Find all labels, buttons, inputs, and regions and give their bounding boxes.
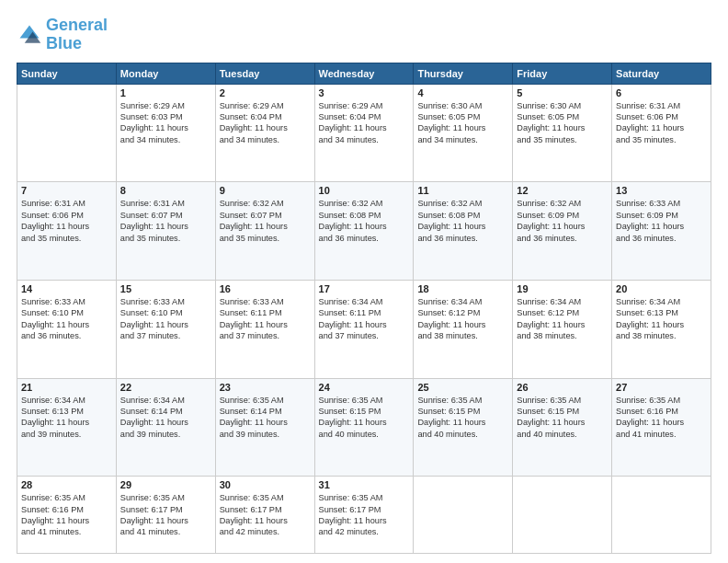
calendar-cell: 29Sunrise: 6:35 AM Sunset: 6:17 PM Dayli… [116, 477, 215, 554]
day-number: 2 [220, 87, 311, 98]
calendar-cell: 19Sunrise: 6:34 AM Sunset: 6:12 PM Dayli… [513, 280, 612, 378]
calendar-day-header: Friday [513, 63, 612, 84]
calendar-cell: 5Sunrise: 6:30 AM Sunset: 6:05 PM Daylig… [513, 84, 612, 182]
calendar-cell: 22Sunrise: 6:34 AM Sunset: 6:14 PM Dayli… [116, 378, 215, 477]
day-info: Sunrise: 6:30 AM Sunset: 6:05 PM Dayligh… [417, 100, 508, 146]
day-info: Sunrise: 6:31 AM Sunset: 6:06 PM Dayligh… [616, 100, 707, 146]
calendar-cell [414, 477, 513, 554]
logo-text: General Blue [46, 17, 108, 53]
day-info: Sunrise: 6:35 AM Sunset: 6:15 PM Dayligh… [417, 395, 508, 441]
calendar-cell: 17Sunrise: 6:34 AM Sunset: 6:11 PM Dayli… [314, 280, 414, 378]
day-info: Sunrise: 6:35 AM Sunset: 6:14 PM Dayligh… [220, 395, 311, 441]
day-number: 30 [220, 479, 311, 490]
day-number: 23 [220, 382, 311, 393]
day-number: 18 [417, 283, 508, 294]
calendar-week-row: 1Sunrise: 6:29 AM Sunset: 6:03 PM Daylig… [17, 84, 711, 182]
page: General Blue SundayMondayTuesdayWednesda… [0, 0, 728, 563]
day-number: 13 [616, 185, 707, 196]
calendar-day-header: Sunday [17, 63, 117, 84]
calendar-cell: 14Sunrise: 6:33 AM Sunset: 6:10 PM Dayli… [17, 280, 117, 378]
day-number: 22 [120, 382, 211, 393]
day-number: 20 [616, 283, 707, 294]
day-info: Sunrise: 6:31 AM Sunset: 6:07 PM Dayligh… [120, 198, 211, 244]
day-info: Sunrise: 6:34 AM Sunset: 6:11 PM Dayligh… [319, 296, 410, 342]
day-number: 17 [319, 283, 410, 294]
day-number: 29 [120, 479, 211, 490]
logo-icon [17, 22, 42, 48]
day-info: Sunrise: 6:35 AM Sunset: 6:16 PM Dayligh… [616, 395, 707, 441]
calendar-cell: 31Sunrise: 6:35 AM Sunset: 6:17 PM Dayli… [314, 477, 414, 554]
calendar-week-row: 28Sunrise: 6:35 AM Sunset: 6:16 PM Dayli… [17, 477, 711, 554]
calendar-cell [513, 477, 612, 554]
day-number: 16 [220, 283, 311, 294]
calendar-cell [17, 84, 117, 182]
calendar-table: SundayMondayTuesdayWednesdayThursdayFrid… [17, 63, 711, 554]
calendar-cell: 30Sunrise: 6:35 AM Sunset: 6:17 PM Dayli… [215, 477, 314, 554]
day-info: Sunrise: 6:31 AM Sunset: 6:06 PM Dayligh… [21, 198, 112, 244]
calendar-cell: 26Sunrise: 6:35 AM Sunset: 6:15 PM Dayli… [513, 378, 612, 477]
calendar-cell: 11Sunrise: 6:32 AM Sunset: 6:08 PM Dayli… [414, 182, 513, 281]
day-info: Sunrise: 6:34 AM Sunset: 6:13 PM Dayligh… [21, 395, 112, 441]
day-number: 3 [319, 87, 410, 98]
day-number: 31 [319, 479, 410, 490]
calendar-cell: 8Sunrise: 6:31 AM Sunset: 6:07 PM Daylig… [116, 182, 215, 281]
day-number: 10 [319, 185, 410, 196]
day-info: Sunrise: 6:29 AM Sunset: 6:03 PM Dayligh… [120, 100, 211, 146]
day-info: Sunrise: 6:35 AM Sunset: 6:15 PM Dayligh… [517, 395, 608, 441]
day-number: 7 [21, 185, 112, 196]
calendar-cell: 10Sunrise: 6:32 AM Sunset: 6:08 PM Dayli… [314, 182, 414, 281]
day-info: Sunrise: 6:35 AM Sunset: 6:16 PM Dayligh… [21, 492, 112, 538]
day-info: Sunrise: 6:34 AM Sunset: 6:13 PM Dayligh… [616, 296, 707, 342]
day-info: Sunrise: 6:34 AM Sunset: 6:12 PM Dayligh… [517, 296, 608, 342]
day-number: 26 [517, 382, 608, 393]
day-info: Sunrise: 6:29 AM Sunset: 6:04 PM Dayligh… [220, 100, 311, 146]
calendar-cell: 1Sunrise: 6:29 AM Sunset: 6:03 PM Daylig… [116, 84, 215, 182]
calendar-week-row: 21Sunrise: 6:34 AM Sunset: 6:13 PM Dayli… [17, 378, 711, 477]
day-info: Sunrise: 6:32 AM Sunset: 6:08 PM Dayligh… [319, 198, 410, 244]
day-info: Sunrise: 6:32 AM Sunset: 6:08 PM Dayligh… [417, 198, 508, 244]
day-number: 28 [21, 479, 112, 490]
day-number: 1 [120, 87, 211, 98]
calendar-week-row: 7Sunrise: 6:31 AM Sunset: 6:06 PM Daylig… [17, 182, 711, 281]
logo: General Blue [17, 17, 108, 53]
day-number: 19 [517, 283, 608, 294]
day-info: Sunrise: 6:30 AM Sunset: 6:05 PM Dayligh… [517, 100, 608, 146]
day-info: Sunrise: 6:29 AM Sunset: 6:04 PM Dayligh… [319, 100, 410, 146]
day-number: 12 [517, 185, 608, 196]
day-info: Sunrise: 6:32 AM Sunset: 6:09 PM Dayligh… [517, 198, 608, 244]
calendar-cell: 3Sunrise: 6:29 AM Sunset: 6:04 PM Daylig… [314, 84, 414, 182]
day-info: Sunrise: 6:33 AM Sunset: 6:10 PM Dayligh… [21, 296, 112, 342]
calendar-cell: 23Sunrise: 6:35 AM Sunset: 6:14 PM Dayli… [215, 378, 314, 477]
day-number: 6 [616, 87, 707, 98]
calendar-cell: 6Sunrise: 6:31 AM Sunset: 6:06 PM Daylig… [612, 84, 711, 182]
day-info: Sunrise: 6:35 AM Sunset: 6:17 PM Dayligh… [220, 492, 311, 538]
day-number: 24 [319, 382, 410, 393]
day-number: 25 [417, 382, 508, 393]
day-number: 15 [120, 283, 211, 294]
calendar-day-header: Wednesday [314, 63, 414, 84]
calendar-cell: 13Sunrise: 6:33 AM Sunset: 6:09 PM Dayli… [612, 182, 711, 281]
day-number: 21 [21, 382, 112, 393]
day-number: 9 [220, 185, 311, 196]
calendar-body: 1Sunrise: 6:29 AM Sunset: 6:03 PM Daylig… [17, 84, 711, 553]
calendar-day-header: Tuesday [215, 63, 314, 84]
day-info: Sunrise: 6:34 AM Sunset: 6:12 PM Dayligh… [417, 296, 508, 342]
calendar-cell: 7Sunrise: 6:31 AM Sunset: 6:06 PM Daylig… [17, 182, 117, 281]
day-info: Sunrise: 6:35 AM Sunset: 6:17 PM Dayligh… [319, 492, 410, 538]
calendar-cell: 4Sunrise: 6:30 AM Sunset: 6:05 PM Daylig… [414, 84, 513, 182]
calendar-cell: 20Sunrise: 6:34 AM Sunset: 6:13 PM Dayli… [612, 280, 711, 378]
calendar-day-header: Saturday [612, 63, 711, 84]
calendar-day-header: Thursday [414, 63, 513, 84]
calendar-cell: 28Sunrise: 6:35 AM Sunset: 6:16 PM Dayli… [17, 477, 117, 554]
calendar-cell: 2Sunrise: 6:29 AM Sunset: 6:04 PM Daylig… [215, 84, 314, 182]
day-info: Sunrise: 6:35 AM Sunset: 6:17 PM Dayligh… [120, 492, 211, 538]
calendar-cell: 21Sunrise: 6:34 AM Sunset: 6:13 PM Dayli… [17, 378, 117, 477]
calendar-cell: 18Sunrise: 6:34 AM Sunset: 6:12 PM Dayli… [414, 280, 513, 378]
header: General Blue [17, 17, 711, 53]
day-number: 4 [417, 87, 508, 98]
calendar-header-row: SundayMondayTuesdayWednesdayThursdayFrid… [17, 63, 711, 84]
calendar-cell: 12Sunrise: 6:32 AM Sunset: 6:09 PM Dayli… [513, 182, 612, 281]
calendar-week-row: 14Sunrise: 6:33 AM Sunset: 6:10 PM Dayli… [17, 280, 711, 378]
calendar-cell: 27Sunrise: 6:35 AM Sunset: 6:16 PM Dayli… [612, 378, 711, 477]
calendar-cell: 24Sunrise: 6:35 AM Sunset: 6:15 PM Dayli… [314, 378, 414, 477]
